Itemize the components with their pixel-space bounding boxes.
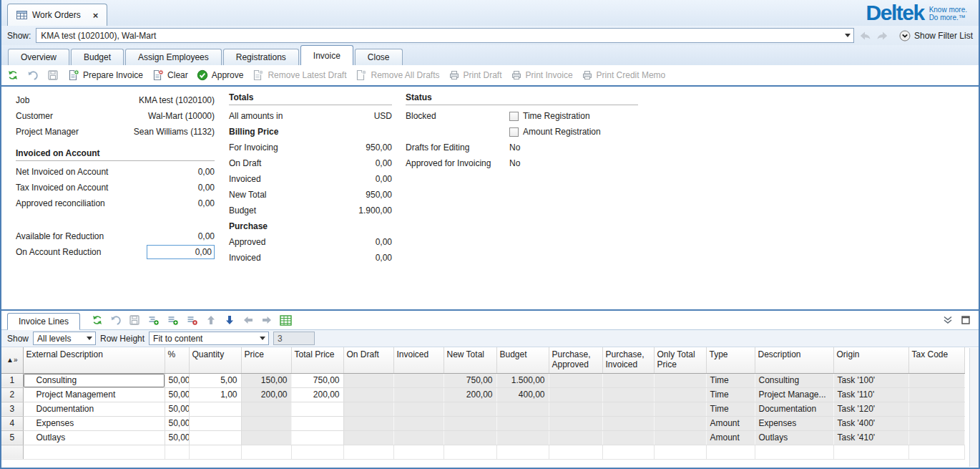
back-arrow-icon[interactable] <box>859 31 871 41</box>
indent-button[interactable] <box>261 314 273 326</box>
cell-description[interactable] <box>755 445 833 459</box>
cell-pct[interactable]: 50,00 <box>165 416 189 430</box>
print-draft-button[interactable]: Print Draft <box>449 69 502 81</box>
cell-external_description[interactable] <box>23 445 165 459</box>
cell-price[interactable] <box>241 430 291 445</box>
cell-only_total_price[interactable] <box>654 387 706 402</box>
close-icon[interactable]: × <box>93 11 99 20</box>
cell-tax_code[interactable] <box>908 387 964 402</box>
cell-purchase_invoiced[interactable] <box>602 387 654 402</box>
cell-pct[interactable]: 50,00 <box>165 430 189 445</box>
cell-budget[interactable]: 1.500,00 <box>496 373 549 387</box>
doc-tab-work-orders[interactable]: Work Orders × <box>7 4 107 26</box>
prepare-invoice-button[interactable]: Prepare Invoice <box>67 69 143 81</box>
cell-new_total[interactable] <box>444 416 496 430</box>
cell-origin[interactable]: Task '410' <box>833 430 908 445</box>
cell-invoiced[interactable] <box>393 387 444 402</box>
cell-description[interactable]: Outlays <box>755 430 833 445</box>
cell-invoiced[interactable] <box>393 445 444 459</box>
tab-invoice-lines[interactable]: Invoice Lines <box>7 313 80 330</box>
cell-price[interactable] <box>241 402 291 416</box>
cell-quantity[interactable] <box>189 430 241 445</box>
cell-type[interactable]: Amount <box>706 416 755 430</box>
cell-origin[interactable]: Task '100' <box>833 373 908 387</box>
cell-total_price[interactable] <box>291 416 343 430</box>
remove-latest-draft-button[interactable]: Remove Latest Draft <box>252 69 346 81</box>
cell-type[interactable]: Time <box>706 387 755 402</box>
row-number[interactable]: 2 <box>1 387 23 402</box>
cell-pct[interactable]: 50,00 <box>165 387 189 402</box>
tab-registrations[interactable]: Registrations <box>223 49 299 65</box>
refresh-lines-button[interactable] <box>92 314 103 326</box>
cell-origin[interactable]: Task '400' <box>833 416 908 430</box>
cell-only_total_price[interactable] <box>654 416 706 430</box>
cell-total_price[interactable]: 200,00 <box>291 387 343 402</box>
cell-new_total[interactable]: 200,00 <box>444 387 496 402</box>
table-view-button[interactable] <box>280 315 292 326</box>
cell-purchase_approved[interactable] <box>549 373 602 387</box>
column-header-budget[interactable]: Budget <box>496 347 549 373</box>
maximize-panel-icon[interactable] <box>961 316 970 324</box>
cell-budget[interactable] <box>496 402 549 416</box>
cell-type[interactable]: Amount <box>706 430 755 445</box>
delete-line-button[interactable] <box>186 314 198 326</box>
cell-budget[interactable] <box>496 430 549 445</box>
cell-purchase_invoiced[interactable] <box>602 402 654 416</box>
cell-on_draft[interactable] <box>343 416 393 430</box>
cell-on_draft[interactable] <box>343 387 393 402</box>
cell-budget[interactable] <box>496 416 549 430</box>
cell-invoiced[interactable] <box>393 430 444 445</box>
cell-external_description[interactable]: Expenses <box>23 416 165 430</box>
cell-pct[interactable] <box>165 445 189 459</box>
show-filter-combo[interactable]: KMA test (1020100), Wal-Mart <box>36 28 854 43</box>
cell-tax_code[interactable] <box>908 402 964 416</box>
cell-external_description[interactable]: Outlays <box>23 430 165 445</box>
add-line-button[interactable] <box>167 314 179 326</box>
cell-total_price[interactable] <box>291 445 343 459</box>
save-lines-button[interactable] <box>129 314 140 326</box>
cell-only_total_price[interactable] <box>654 402 706 416</box>
outdent-button[interactable] <box>242 314 254 326</box>
cell-tax_code[interactable] <box>908 416 964 430</box>
clear-button[interactable]: Clear <box>152 69 188 81</box>
collapse-panel-icon[interactable] <box>943 316 953 324</box>
approve-button[interactable]: Approve <box>197 69 244 81</box>
cell-purchase_invoiced[interactable] <box>602 416 654 430</box>
print-credit-memo-button[interactable]: Print Credit Memo <box>582 69 666 81</box>
tab-invoice[interactable]: Invoice <box>300 45 353 65</box>
column-header-tax_code[interactable]: Tax Code <box>908 347 964 373</box>
cell-price[interactable]: 200,00 <box>241 387 291 402</box>
tab-overview[interactable]: Overview <box>8 49 69 65</box>
column-header-total_price[interactable]: Total Price <box>291 347 343 373</box>
cell-external_description[interactable]: Project Management <box>23 387 165 402</box>
cell-budget[interactable] <box>496 445 549 459</box>
cell-description[interactable]: Expenses <box>755 416 833 430</box>
column-header-description[interactable]: Description <box>755 347 833 373</box>
cell-purchase_invoiced[interactable] <box>602 445 654 459</box>
tab-close[interactable]: Close <box>355 49 403 65</box>
cell-invoiced[interactable] <box>393 416 444 430</box>
move-up-button[interactable] <box>205 314 217 326</box>
cell-new_total[interactable] <box>444 430 496 445</box>
cell-new_total[interactable]: 750,00 <box>444 373 496 387</box>
row-height-combo[interactable]: Fit to content <box>149 332 269 345</box>
column-header-only_total_price[interactable]: Only Total Price <box>654 347 706 373</box>
cell-description[interactable]: Documentation <box>755 402 833 416</box>
tab-budget[interactable]: Budget <box>71 49 124 65</box>
cell-on_draft[interactable] <box>343 445 393 459</box>
cell-purchase_invoiced[interactable] <box>602 430 654 445</box>
cell-quantity[interactable] <box>189 402 241 416</box>
cell-external_description[interactable]: Consulting <box>23 373 165 387</box>
column-header-external_description[interactable]: External Description <box>23 347 165 373</box>
column-header-price[interactable]: Price <box>241 347 291 373</box>
cell-quantity[interactable]: 5,00 <box>189 373 241 387</box>
cell-purchase_approved[interactable] <box>549 430 602 445</box>
row-number[interactable]: 3 <box>1 402 23 416</box>
cell-budget[interactable]: 400,00 <box>496 387 549 402</box>
save-button[interactable] <box>47 69 59 81</box>
cell-price[interactable]: 150,00 <box>241 373 291 387</box>
cell-tax_code[interactable] <box>908 445 964 459</box>
column-header-purchase_invoiced[interactable]: Purchase, Invoiced <box>602 347 654 373</box>
amount-registration-checkbox[interactable] <box>509 127 519 137</box>
row-number[interactable]: 5 <box>1 430 23 445</box>
